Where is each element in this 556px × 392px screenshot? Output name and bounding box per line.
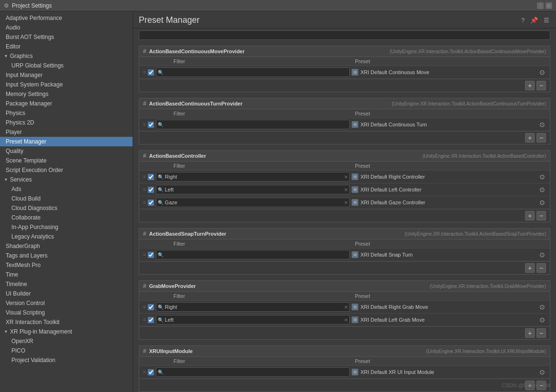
row-checkbox[interactable]: [148, 174, 154, 180]
filter-clear-icon[interactable]: ✕: [344, 187, 348, 192]
add-row-btn[interactable]: +: [525, 263, 535, 273]
row-checkbox[interactable]: [148, 69, 154, 76]
sidebar-item-physics-2d[interactable]: Physics 2D: [0, 118, 133, 127]
row-checkbox[interactable]: [148, 317, 154, 323]
section-header-action-based-controller: # ActionBasedController (UnityEngine.XR.…: [139, 151, 550, 162]
drag-handle[interactable]: =: [143, 317, 146, 323]
drag-handle[interactable]: =: [143, 122, 146, 127]
sidebar-item-in-app-purchasing[interactable]: In-App Purchasing: [0, 222, 133, 232]
sidebar-item-input-system-package[interactable]: Input System Package: [0, 80, 133, 89]
sidebar-item-adaptive-performance[interactable]: Adaptive Performance: [0, 13, 133, 23]
content-area: Preset Manager ? 📌 ☰ # ActionBasedContin…: [133, 11, 556, 392]
remove-row-btn[interactable]: −: [537, 263, 546, 273]
row-checkbox[interactable]: [148, 304, 154, 310]
help-icon-btn[interactable]: ?: [520, 16, 526, 25]
filter-clear-icon[interactable]: ✕: [344, 317, 348, 323]
filter-input[interactable]: [156, 198, 350, 207]
row-checkbox[interactable]: [148, 122, 154, 128]
remove-row-btn[interactable]: −: [537, 133, 546, 143]
filter-input[interactable]: [156, 67, 350, 77]
sidebar-item-project-validation[interactable]: Project Validation: [0, 355, 133, 365]
add-row-btn[interactable]: +: [525, 211, 535, 220]
sidebar-item-legacy-analytics[interactable]: Legacy Analytics: [0, 232, 133, 241]
add-row-btn[interactable]: +: [525, 328, 535, 338]
menu-icon-btn[interactable]: ☰: [543, 16, 550, 25]
remove-row-btn[interactable]: −: [537, 328, 546, 338]
sidebar-item-cloud-diagnostics[interactable]: Cloud Diagnostics: [0, 203, 133, 213]
sidebar-item-pico[interactable]: PICO: [0, 346, 133, 355]
sidebar-item-ads[interactable]: Ads: [0, 184, 133, 194]
filter-input[interactable]: [156, 172, 350, 182]
sidebar-item-timeline[interactable]: Timeline: [0, 279, 133, 289]
sidebar-item-cloud-build[interactable]: Cloud Build: [0, 194, 133, 203]
row-checkbox[interactable]: [148, 187, 154, 193]
filter-clear-icon[interactable]: ✕: [344, 200, 348, 205]
filter-input[interactable]: [156, 185, 350, 194]
sidebar-item-time[interactable]: Time: [0, 270, 133, 279]
row-checkbox[interactable]: [148, 369, 154, 375]
filter-input[interactable]: [156, 367, 350, 377]
drag-handle[interactable]: =: [143, 252, 146, 258]
remove-row-btn[interactable]: −: [537, 81, 546, 90]
sidebar-item-player[interactable]: Player: [0, 127, 133, 137]
preset-options-btn[interactable]: ⊙: [538, 199, 546, 206]
sidebar-item-script-execution-order[interactable]: Script Execution Order: [0, 165, 133, 175]
remove-row-btn[interactable]: −: [537, 211, 546, 220]
sidebar-item-burst-aot-settings[interactable]: Burst AOT Settings: [0, 32, 133, 42]
title-bar-btn-2[interactable]: ⊡: [546, 2, 552, 9]
sidebar-item-package-manager[interactable]: Package Manager: [0, 99, 133, 108]
title-bar-btn-1[interactable]: ⋮: [537, 2, 544, 9]
sidebar-section-services-header[interactable]: ▼Services: [0, 175, 133, 184]
filter-input[interactable]: [156, 250, 350, 259]
add-row-btn[interactable]: +: [525, 133, 535, 143]
filter-clear-icon[interactable]: ✕: [344, 305, 348, 310]
preset-options-btn[interactable]: ⊙: [538, 173, 546, 181]
preset-options-btn[interactable]: ⊙: [538, 368, 546, 376]
content-scroll[interactable]: # ActionBasedContinuousMoveProvider (Uni…: [133, 42, 556, 392]
sidebar-section-xr-plug-in-header[interactable]: ▼XR Plug-in Management: [0, 327, 133, 336]
row-checkbox[interactable]: [148, 200, 154, 206]
filter-input[interactable]: [156, 315, 350, 325]
sidebar-item-ui-builder[interactable]: UI Builder: [0, 289, 133, 298]
sidebar-item-urp-global-settings[interactable]: URP Global Settings: [0, 61, 133, 70]
preset-options-btn[interactable]: ⊙: [538, 121, 546, 128]
preset-value: XRI Default Gaze Controller: [360, 200, 537, 205]
preset-options-btn[interactable]: ⊙: [538, 303, 546, 311]
sidebar-item-memory-settings[interactable]: Memory Settings: [0, 89, 133, 99]
row-checkbox[interactable]: [148, 252, 154, 258]
preset-options-btn[interactable]: ⊙: [538, 251, 546, 258]
preset-options-btn[interactable]: ⊙: [538, 68, 546, 76]
sidebar-item-audio[interactable]: Audio: [0, 23, 133, 32]
sidebar-item-version-control[interactable]: Version Control: [0, 298, 133, 308]
sidebar-item-tags-and-layers[interactable]: Tags and Layers: [0, 251, 133, 260]
section-name: XRUIInputModule: [149, 348, 193, 354]
drag-handle[interactable]: =: [143, 187, 146, 192]
pin-icon-btn[interactable]: 📌: [529, 16, 539, 25]
sidebar-item-collaborate[interactable]: Collaborate: [0, 213, 133, 222]
filter-clear-icon[interactable]: ✕: [344, 174, 348, 180]
sidebar-item-physics[interactable]: Physics: [0, 108, 133, 118]
sidebar-item-shader-graph[interactable]: ShaderGraph: [0, 241, 133, 251]
drag-handle[interactable]: =: [143, 305, 146, 310]
sidebar-item-xr-interaction-toolkit[interactable]: XR Interaction Toolkit: [0, 317, 133, 327]
drag-handle[interactable]: =: [143, 70, 146, 75]
drag-handle[interactable]: =: [143, 370, 146, 375]
drag-handle[interactable]: =: [143, 174, 146, 180]
drag-handle[interactable]: =: [143, 200, 146, 205]
sidebar-section-graphics-header[interactable]: ▼Graphics: [0, 51, 133, 61]
col-headers-action-based-snap-turn: Filter Preset: [139, 239, 550, 249]
sidebar-item-scene-template[interactable]: Scene Template: [0, 156, 133, 165]
sidebar-item-textmesh-pro[interactable]: TextMesh Pro: [0, 260, 133, 270]
preset-options-btn[interactable]: ⊙: [538, 186, 546, 193]
filter-input[interactable]: [156, 120, 350, 129]
sidebar-item-openxr[interactable]: OpenXR: [0, 336, 133, 346]
sidebar-item-editor[interactable]: Editor: [0, 42, 133, 51]
top-search-input[interactable]: [139, 30, 550, 40]
preset-options-btn[interactable]: ⊙: [538, 316, 546, 324]
sidebar-item-visual-scripting[interactable]: Visual Scripting: [0, 308, 133, 317]
add-row-btn[interactable]: +: [525, 81, 535, 90]
sidebar-item-preset-manager[interactable]: Preset Manager: [0, 137, 133, 146]
sidebar-item-quality[interactable]: Quality: [0, 146, 133, 156]
filter-input[interactable]: [156, 302, 350, 312]
sidebar-item-input-manager[interactable]: Input Manager: [0, 70, 133, 80]
